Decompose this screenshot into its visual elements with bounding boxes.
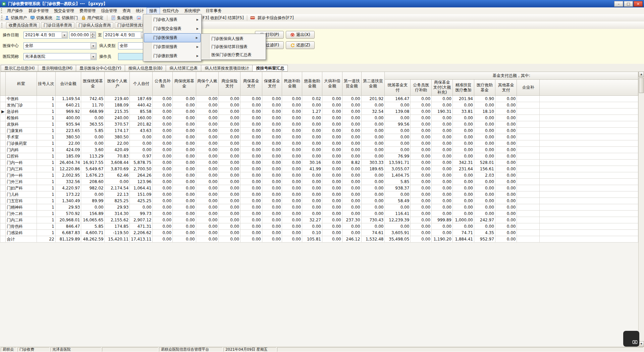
value-cell[interactable]: 0.00 <box>240 185 262 191</box>
value-cell[interactable]: 0.00 <box>219 217 240 223</box>
value-cell[interactable]: 17,413.11 <box>130 236 153 243</box>
spinner-arrows[interactable]: ▲▼ <box>90 32 95 38</box>
value-cell[interactable]: 208.60 <box>81 179 105 185</box>
row-indicator[interactable] <box>0 102 6 108</box>
value-cell[interactable]: 0.00 <box>240 191 262 198</box>
value-cell[interactable]: 74.71 <box>453 230 474 236</box>
value-cell[interactable]: 0.00 <box>196 96 219 102</box>
value-cell[interactable]: 0.00 <box>196 166 219 172</box>
value-cell[interactable]: 0.00 <box>361 179 385 185</box>
value-cell[interactable]: 15,420.11 <box>105 236 130 243</box>
value-cell[interactable]: 938.37 <box>385 185 411 191</box>
value-cell[interactable] <box>517 179 539 185</box>
value-cell[interactable]: 0.00 <box>453 185 474 191</box>
value-cell[interactable]: 0.00 <box>361 153 385 160</box>
value-cell[interactable]: 0.00 <box>173 128 196 134</box>
column-header[interactable]: 民政补助金额 <box>282 72 302 96</box>
column-header[interactable]: 商保基金支付 <box>240 72 262 96</box>
value-cell[interactable]: 231.64 <box>453 166 474 172</box>
value-cell[interactable]: 0.00 <box>173 166 196 172</box>
value-cell[interactable]: 0.00 <box>153 217 173 223</box>
row-indicator[interactable] <box>0 217 6 223</box>
value-cell[interactable]: 846.47 <box>55 223 81 230</box>
value-cell[interactable]: 380.50 <box>105 134 130 140</box>
value-cell[interactable]: 246.12 <box>342 236 361 243</box>
value-cell[interactable]: 0.00 <box>361 204 385 211</box>
value-cell[interactable]: 0.00 <box>81 204 105 211</box>
value-cell[interactable]: 0.00 <box>240 153 262 160</box>
row-indicator[interactable] <box>0 185 6 191</box>
value-cell[interactable]: 0.00 <box>342 166 361 172</box>
value-cell[interactable]: 0.00 <box>219 96 240 102</box>
value-cell[interactable]: 0.00 <box>282 153 302 160</box>
value-cell[interactable]: 0.00 <box>432 179 453 185</box>
restore-button[interactable]: 还原(Z) <box>286 41 315 49</box>
value-cell[interactable]: 0.00 <box>361 128 385 134</box>
value-cell[interactable]: 1 <box>37 191 55 198</box>
column-header[interactable]: 精准扶贫医疗叠加 <box>453 80 474 96</box>
value-cell[interactable]: 190.31 <box>432 108 453 115</box>
value-cell[interactable]: 0.00 <box>342 223 361 230</box>
value-cell[interactable]: 0.00 <box>282 166 302 172</box>
value-cell[interactable]: 0.00 <box>153 108 173 115</box>
value-cell[interactable]: 0.00 <box>342 198 361 204</box>
value-cell[interactable]: 0.00 <box>282 217 302 223</box>
value-cell[interactable]: 0.00 <box>495 108 517 115</box>
value-cell[interactable]: 640.21 <box>55 102 81 108</box>
value-cell[interactable]: 1 <box>37 147 55 153</box>
row-indicator[interactable] <box>0 134 6 140</box>
value-cell[interactable]: 0.00 <box>173 108 196 115</box>
dept-cell[interactable]: 门外二科 <box>6 211 37 217</box>
value-cell[interactable]: 0.00 <box>342 153 361 160</box>
value-cell[interactable]: 0.00 <box>219 153 240 160</box>
value-cell[interactable]: 0.00 <box>153 153 173 160</box>
value-cell[interactable]: 0.00 <box>411 134 432 140</box>
value-cell[interactable]: 0.00 <box>453 147 474 153</box>
value-cell[interactable]: 1 <box>37 115 55 121</box>
value-cell[interactable]: 1,404.75 <box>385 172 411 179</box>
value-cell[interactable]: 0.00 <box>196 121 219 128</box>
dept-cell[interactable]: 门内三科 <box>6 166 37 172</box>
value-cell[interactable]: 0.00 <box>196 191 219 198</box>
row-indicator[interactable] <box>0 96 6 102</box>
menu-item[interactable]: 门诊缴款报表▶ <box>143 51 201 60</box>
menubar-item[interactable]: 用户操作 <box>4 7 26 14</box>
value-cell[interactable]: 0.00 <box>196 128 219 134</box>
value-cell[interactable]: 425.25 <box>130 198 153 204</box>
value-cell[interactable]: 0.00 <box>385 115 411 121</box>
value-cell[interactable]: 0.00 <box>322 172 342 179</box>
value-cell[interactable]: 0.00 <box>173 236 196 243</box>
value-cell[interactable]: 0.00 <box>322 147 342 153</box>
column-header[interactable]: 其他基金支付 <box>495 80 517 96</box>
value-cell[interactable]: 0.00 <box>361 223 385 230</box>
value-cell[interactable]: 0.00 <box>219 115 240 121</box>
value-cell[interactable]: 0.00 <box>219 172 240 179</box>
column-header[interactable]: 统筹基金支付 <box>385 80 411 96</box>
value-cell[interactable]: 0.00 <box>173 185 196 191</box>
value-cell[interactable]: 0.00 <box>495 160 517 166</box>
minimize-button[interactable]: – <box>614 1 623 7</box>
value-cell[interactable]: 85.58 <box>130 108 153 115</box>
value-cell[interactable]: 0.00 <box>495 121 517 128</box>
value-cell[interactable]: 0.00 <box>282 115 302 121</box>
value-cell[interactable]: 0.00 <box>495 198 517 204</box>
value-cell[interactable]: 0.00 <box>361 198 385 204</box>
value-cell[interactable]: 0.00 <box>282 230 302 236</box>
value-cell[interactable]: 0.00 <box>240 179 262 185</box>
column-header[interactable]: 医保统筹基金 <box>81 72 105 96</box>
value-cell[interactable]: 0.00 <box>453 128 474 134</box>
value-cell[interactable]: 0.00 <box>361 185 385 191</box>
value-cell[interactable]: 29.93 <box>55 204 81 211</box>
value-cell[interactable]: 0.00 <box>153 172 173 179</box>
value-cell[interactable]: 187.69 <box>130 96 153 102</box>
value-cell[interactable]: 0.00 <box>453 172 474 179</box>
value-cell[interactable]: 0.00 <box>495 223 517 230</box>
value-cell[interactable]: 0.00 <box>130 140 153 147</box>
value-cell[interactable]: 0.00 <box>240 102 262 108</box>
value-cell[interactable]: 0.00 <box>411 191 432 198</box>
value-cell[interactable]: 48,262.59 <box>81 236 105 243</box>
menu-item[interactable]: 门诊票据报表▶ <box>143 42 201 51</box>
value-cell[interactable]: 0.00 <box>432 115 453 121</box>
value-cell[interactable]: 223.65 <box>55 128 81 134</box>
row-indicator[interactable]: ▶ <box>0 108 6 115</box>
